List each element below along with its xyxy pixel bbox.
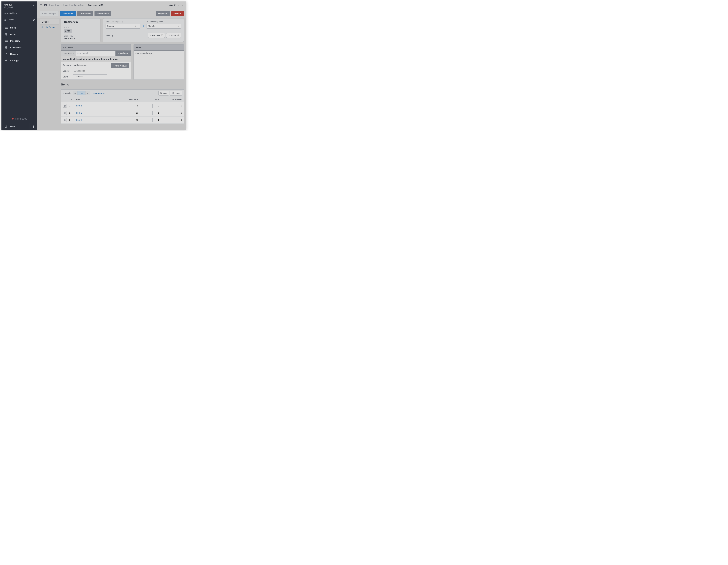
delete-row-button[interactable]: 🗑 [63, 118, 67, 122]
in-transit-cell: 0 [162, 110, 184, 115]
row-num: 1 [68, 103, 75, 108]
pager-next[interactable]: › [182, 3, 184, 7]
drawer-icon [44, 4, 47, 6]
auto-add-section: Auto add all items that are at or below … [61, 56, 131, 80]
nav-label: Reports [10, 53, 18, 55]
table-row: 🗑 1 Item 1 8 0 [61, 102, 184, 109]
auto-add-all-button[interactable]: + Auto Add All [111, 63, 129, 68]
chevron-down-icon: ⌄ [105, 76, 106, 77]
pin-button[interactable] [30, 123, 37, 130]
add-item-button[interactable]: + Add Item [115, 51, 131, 56]
tab-special-orders[interactable]: Special Orders [40, 25, 59, 30]
pagination: ◀ 1 - 3 ▶ [73, 91, 90, 95]
print-icon [160, 92, 162, 94]
inventory-icon [5, 40, 8, 42]
breadcrumb-transfers[interactable]: Inventory Transfers [63, 4, 84, 7]
nav-sales[interactable]: Sales [1, 24, 37, 31]
per-page-select[interactable]: 15 PER PAGE [92, 92, 105, 94]
archive-button[interactable]: Archive [171, 11, 184, 16]
nav-reports[interactable]: Reports [1, 51, 37, 57]
duplicate-button[interactable]: Duplicate [156, 11, 170, 16]
save-button[interactable]: Save Changes [40, 11, 59, 16]
sort-icon: ▲▼ [86, 64, 88, 66]
breadcrumb-current: Transfer: #36 [88, 4, 103, 7]
page-prev[interactable]: ◀ [73, 91, 77, 95]
to-shop-select[interactable]: Shop B × ▼ [146, 24, 181, 29]
from-shop-select[interactable]: Shop A × ▼ [106, 24, 140, 29]
svg-rect-1 [5, 27, 7, 27]
help-button[interactable]: ? Help [1, 123, 30, 130]
items-table-header: ▼# ITEM AVAILABLE SEND IN TRANSIT [61, 97, 184, 102]
sort-desc-icon: ▼ [69, 99, 71, 100]
table-row: 🗑 3 Item 3 10 0 [61, 116, 184, 124]
trash-icon: 🗑 [64, 105, 66, 107]
shops-card: From / Sending shop Shop A × ▼ ➔ T [103, 18, 184, 42]
chevron-right-icon: › [61, 4, 62, 7]
nav-ecom[interactable]: eCom [1, 31, 37, 38]
item-link[interactable]: Item 2 [76, 112, 82, 114]
chevron-down-icon: ▼ [16, 13, 17, 14]
in-transit-cell: 0 [162, 117, 184, 123]
vendor-select[interactable]: All Vendors ▲▼ [73, 69, 87, 73]
tab-details[interactable]: Details [40, 19, 59, 25]
delete-row-button[interactable]: 🗑 [63, 104, 67, 108]
send-qty-input[interactable] [152, 111, 160, 115]
send-qty-input[interactable] [152, 104, 160, 108]
help-icon: ? [5, 126, 8, 128]
svg-point-11 [6, 47, 7, 47]
col-num[interactable]: ▼# [68, 97, 75, 102]
svg-rect-17 [45, 5, 46, 6]
resize-handle-icon[interactable] [182, 77, 183, 79]
globe-icon [5, 33, 8, 36]
send-qty-input[interactable] [152, 118, 160, 122]
arrow-right-icon: ➔ [142, 25, 144, 29]
nav-settings[interactable]: Settings [1, 57, 37, 64]
shop-name: Shop A [4, 3, 34, 6]
send-items-button[interactable]: Send Items [60, 11, 76, 16]
item-link[interactable]: Item 1 [76, 105, 82, 107]
clear-icon[interactable]: × [175, 25, 178, 27]
user-icon [5, 46, 8, 49]
col-in-transit[interactable]: IN TRANSIT [162, 97, 184, 102]
logout-button[interactable] [30, 16, 37, 23]
svg-rect-18 [161, 35, 163, 36]
col-send[interactable]: SEND [140, 97, 162, 102]
add-items-panel: Add Items Item Search + Add Item Auto ad… [61, 44, 131, 80]
item-link[interactable]: Item 3 [76, 119, 82, 121]
notes-textarea[interactable]: Please send asap. [134, 51, 184, 80]
shop-selector[interactable]: Shop A Register1 ▶ [1, 1, 37, 10]
user-menu[interactable]: Jane Smith ▼ [1, 10, 37, 16]
sort-icon: ▲▼ [84, 70, 86, 72]
breadcrumb-inventory[interactable]: Inventory [49, 4, 59, 7]
brand-label: Brand [61, 74, 73, 79]
category-select[interactable]: All Categories ▲▼ [73, 63, 89, 67]
topbar: Inventory › Inventory Transfers › Transf… [37, 1, 186, 9]
col-available[interactable]: AVAILABLE [118, 97, 140, 102]
item-search-input[interactable] [76, 51, 115, 56]
brand-select[interactable]: All Brands ⌄ [73, 74, 107, 79]
pager-prev[interactable]: ‹ [178, 3, 180, 7]
category-label: Category [61, 63, 73, 68]
page-next[interactable]: ▶ [85, 91, 90, 95]
export-items-button[interactable]: Export [170, 91, 182, 96]
print-order-button[interactable]: Print Order [77, 11, 93, 16]
need-time-input[interactable]: 08:00 am [166, 33, 181, 38]
available-cell: 8 [118, 103, 140, 108]
delete-row-button[interactable]: 🗑 [63, 111, 67, 115]
lock-button[interactable]: Lock [1, 16, 30, 23]
sales-icon [5, 27, 8, 29]
svg-rect-7 [5, 40, 8, 40]
svg-rect-2 [6, 27, 7, 27]
menu-toggle[interactable] [40, 4, 42, 6]
nav-label: Settings [10, 59, 19, 62]
need-date-input[interactable]: 2018-04-17 [148, 33, 165, 38]
chart-icon [5, 53, 8, 55]
print-items-button[interactable]: Print [158, 91, 169, 96]
col-item[interactable]: ITEM [75, 97, 118, 102]
nav-inventory[interactable]: Inventory [1, 38, 37, 44]
nav-customers[interactable]: Customers [1, 44, 37, 51]
nav-label: Sales [10, 27, 16, 29]
print-labels-button[interactable]: Print Labels [94, 11, 111, 16]
svg-rect-15 [44, 4, 47, 5]
clear-icon[interactable]: × [134, 25, 137, 27]
